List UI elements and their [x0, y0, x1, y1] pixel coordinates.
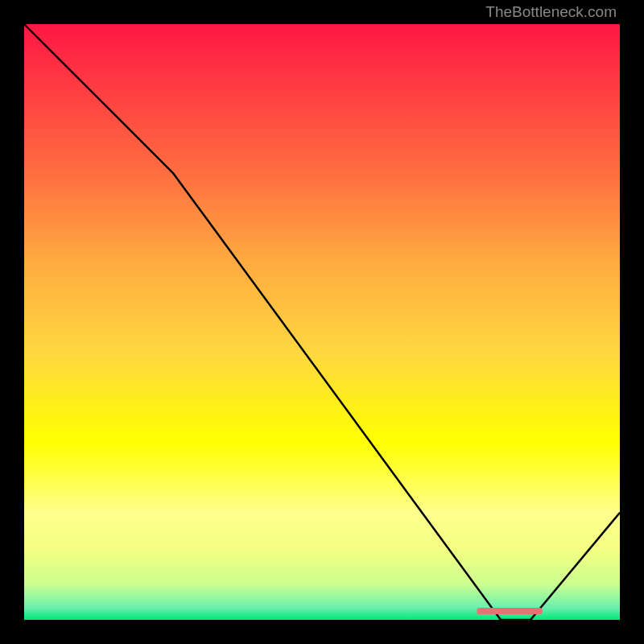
optimal-marker [477, 608, 542, 614]
chart-svg [24, 24, 620, 620]
watermark-text: TheBottleneck.com [485, 3, 617, 21]
chart-area [24, 24, 620, 620]
